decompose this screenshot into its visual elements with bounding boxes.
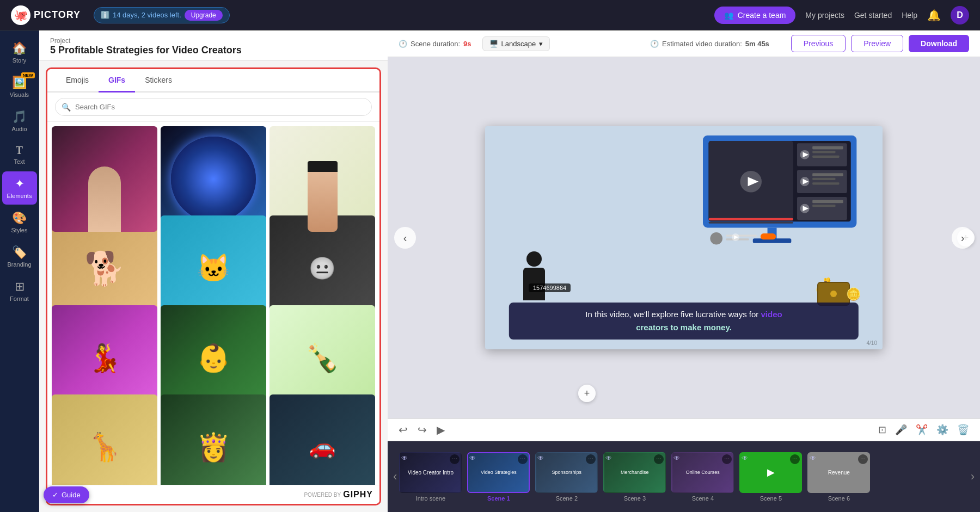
scene-thumb-label-s6: Scene 6 (807, 495, 870, 502)
monitor-illustration (665, 132, 872, 262)
scene-thumb-label-intro: Intro scene (399, 495, 462, 502)
scene-thumb-s5[interactable]: ▶ 👁 ⋯ Scene 5 (739, 452, 802, 502)
tab-gifs[interactable]: GIFs (99, 69, 135, 92)
svg-rect-9 (812, 151, 835, 153)
project-header: Project 5 Profitable Strategies for Vide… (39, 30, 388, 61)
upgrade-button[interactable]: Upgrade (185, 10, 223, 21)
scene-thumb-label-s1: Scene 1 (467, 495, 530, 502)
left-panel: Project 5 Profitable Strategies for Vide… (39, 30, 388, 512)
sidebar-item-elements[interactable]: ✦ Elements (2, 171, 37, 205)
chevron-down-icon: ▾ (539, 40, 543, 48)
scene-thumb-label-s2: Scene 2 (535, 495, 598, 502)
scene-options-badge-s5: ⋯ (790, 454, 800, 464)
sidebar-item-text[interactable]: T Text (2, 139, 37, 170)
tab-stickers[interactable]: Stickers (135, 69, 182, 92)
logo[interactable]: 🐙 PICTORY (11, 5, 81, 25)
help-link[interactable]: Help (902, 11, 917, 20)
subtitle-highlight: video (761, 310, 782, 319)
text-icon: T (16, 144, 23, 157)
svg-point-26 (710, 232, 722, 245)
bell-icon[interactable]: 🔔 (927, 9, 941, 22)
scene-number: 4/10 (867, 340, 877, 346)
previous-button[interactable]: Previous (791, 35, 846, 52)
sidebar-item-story[interactable]: 🏠 Story (2, 36, 37, 69)
svg-rect-27 (726, 235, 756, 237)
scene-options-badge-s6: ⋯ (858, 454, 868, 464)
sidebar-item-styles[interactable]: 🎨 Styles (2, 206, 37, 239)
list-item[interactable]: 🦒 (52, 394, 157, 485)
scene-thumb-s2[interactable]: Sponsorships 👁 ⋯ Scene 2 (535, 452, 598, 502)
search-icon: 🔍 (62, 103, 71, 112)
eye-badge-s5: 👁 (742, 454, 748, 462)
search-bar: 🔍 (47, 92, 379, 122)
eye-badge-s4: 👁 (673, 454, 680, 462)
sidebar-item-audio[interactable]: 🎵 Audio (2, 104, 37, 138)
scene-thumb-intro[interactable]: Video Creator Intro 👁 ⋯ Intro scene (399, 452, 462, 502)
scene-thumb-s1[interactable]: Video Strategies 👁 ⋯ Scene 1 (467, 452, 530, 502)
add-element-button[interactable]: + (578, 385, 596, 402)
my-projects-link[interactable]: My projects (805, 11, 844, 20)
mic-button[interactable]: 🎤 (895, 424, 907, 436)
play-button[interactable]: ▶ (437, 423, 445, 436)
search-input[interactable] (55, 98, 372, 116)
create-team-button[interactable]: 👥 Create a team (714, 7, 796, 24)
avatar[interactable]: D (951, 6, 969, 24)
video-toolbar: ↩ ↪ ▶ ⊡ 🎤 ✂️ ⚙️ 🗑️ (388, 418, 980, 441)
sidebar-item-visuals[interactable]: 🖼️ Visuals NEW (2, 70, 37, 103)
list-item[interactable]: 🚗 (270, 394, 375, 485)
sidebar-item-format[interactable]: ⊞ Format (2, 274, 37, 307)
coin-stack: 🪙 (846, 287, 861, 301)
scene-thumb-s6[interactable]: Revenue 👁 ⋯ Scene 6 (807, 452, 870, 502)
cut-button[interactable]: ✂️ (916, 424, 928, 436)
scene-thumb-s4[interactable]: Online Courses 👁 ⋯ Scene 4 (671, 452, 734, 502)
eye-badge: 👁 (401, 454, 408, 462)
team-icon: 👥 (724, 11, 733, 20)
clock-icon: 🕐 (399, 40, 407, 48)
powered-by-label: POWERED BY (304, 492, 341, 498)
svg-rect-14 (812, 173, 843, 176)
sidebar-item-branding[interactable]: 🏷️ Branding (2, 240, 37, 273)
captions-button[interactable]: ⊡ (878, 424, 886, 436)
guide-button[interactable]: ✓ Guide (44, 486, 89, 503)
landscape-icon: 🖥️ (489, 40, 498, 48)
delete-button[interactable]: 🗑️ (957, 424, 969, 436)
format-selector[interactable]: 🖥️ Landscape ▾ (482, 36, 550, 51)
right-panel: 🕐 Scene duration: 9s 🖥️ Landscape ▾ 🕐 Es… (388, 30, 980, 512)
download-button[interactable]: Download (909, 35, 969, 52)
tab-emojis[interactable]: Emojis (56, 69, 99, 92)
branding-icon: 🏷️ (12, 245, 27, 260)
redo-button[interactable]: ↪ (418, 423, 427, 436)
estimated-clock-icon: 🕐 (650, 40, 659, 48)
video-canvas: 💰 🪙 1574699864 In this video, we'll expl… (485, 126, 883, 349)
gif-panel: Emojis GIFs Stickers 🔍 (46, 67, 381, 505)
guide-check-icon: ✓ (52, 491, 58, 499)
get-started-link[interactable]: Get started (854, 11, 892, 20)
format-icon: ⊞ (15, 280, 24, 294)
story-icon: 🏠 (12, 41, 27, 55)
sidebar: 🏠 Story 🖼️ Visuals NEW 🎵 Audio T Text ✦ … (0, 30, 39, 512)
undo-button[interactable]: ↩ (399, 423, 408, 436)
preview-button[interactable]: Preview (851, 35, 903, 52)
prev-scene-arrow[interactable]: ‹ (394, 227, 416, 249)
list-item[interactable] (52, 126, 157, 232)
list-item[interactable]: 👸 (161, 394, 266, 485)
info-icon: ℹ️ (101, 11, 109, 19)
svg-rect-8 (812, 146, 843, 150)
scene-duration-info: 🕐 Scene duration: 9s (399, 40, 471, 48)
svg-rect-16 (812, 182, 839, 184)
eye-badge-s1: 👁 (469, 454, 476, 462)
estimated-duration-value: 5m 45s (745, 40, 769, 48)
video-area: ‹ (388, 57, 980, 418)
scene-thumb-s3[interactable]: Merchandise 👁 ⋯ Scene 3 (603, 452, 666, 502)
timeline-prev-arrow[interactable]: ‹ (393, 470, 397, 484)
scene-thumb-label-s4: Scene 4 (671, 495, 734, 502)
next-scene-arrow[interactable]: › (952, 227, 973, 249)
subtitle-box: In this video, we'll explore five lucrat… (509, 303, 859, 340)
timeline-next-arrow[interactable]: › (971, 470, 975, 484)
giphy-logo: GIPHY (343, 490, 373, 499)
project-title: 5 Profitable Strategies for Video Creato… (50, 45, 377, 56)
svg-rect-15 (812, 178, 835, 180)
settings-button[interactable]: ⚙️ (936, 424, 948, 436)
eye-badge-s6: 👁 (810, 454, 816, 462)
tab-bar: Emojis GIFs Stickers (47, 69, 379, 92)
